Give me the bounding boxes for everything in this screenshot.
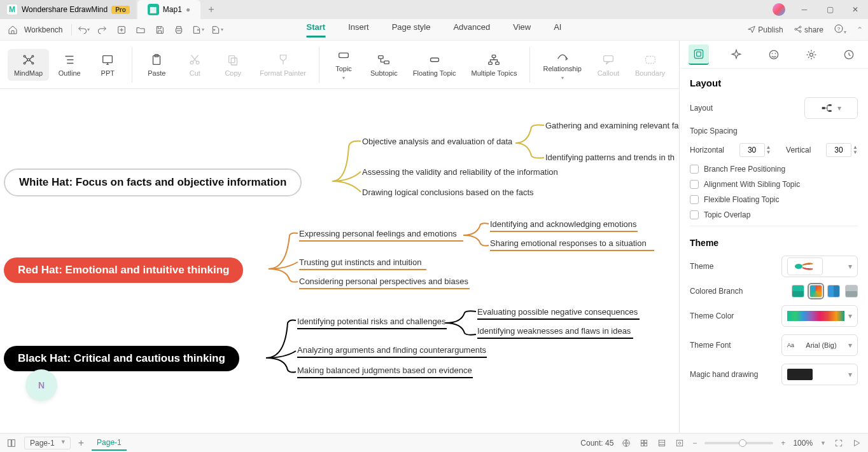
panel-tab-ai[interactable] [726,45,746,65]
node-black-hat[interactable]: Black Hat: Critical and cautious thinkin… [4,346,239,371]
title-bar: M Wondershare EdrawMind Pro ▦ Map1 ● + ─… [0,0,868,19]
floating-topic-button[interactable]: Floating Topic [407,45,463,85]
tab-start[interactable]: Start [307,22,326,38]
status-globe-icon[interactable] [621,438,631,448]
pages-panel-icon[interactable] [6,438,17,448]
panel-tab-emoji[interactable] [764,45,784,65]
panel-tab-settings[interactable] [801,45,822,65]
node-white-sub-a2[interactable]: Identifying patterns and trends in th [545,153,675,162]
callout-button[interactable]: Callout [591,45,626,85]
fullscreen-button[interactable] [834,438,844,448]
status-list-icon[interactable] [657,438,667,448]
close-button[interactable]: ✕ [843,0,868,19]
collapse-ribbon-button[interactable]: ⌃ [857,25,863,34]
view-ppt-button[interactable]: PPT [90,49,125,81]
export-button[interactable]: ▾ [190,22,206,38]
minimize-button[interactable]: ─ [792,0,817,19]
page-selector[interactable]: Page-1▼ [24,437,71,449]
theme-font-dropdown[interactable]: AaArial (Big)▾ [781,334,858,356]
chk-branch-free[interactable]: Branch Free Positioning [690,165,858,174]
zoom-out-button[interactable]: − [692,439,697,448]
share-button[interactable]: share [794,25,823,34]
layout-dropdown[interactable]: ▾ [804,97,858,119]
chk-topic-overlap[interactable]: Topic Overlap [690,210,858,219]
svg-rect-16 [229,55,235,62]
svg-point-31 [775,53,776,54]
node-white-sub-b[interactable]: Assessing the validity and reliability o… [362,167,558,177]
tab-ai[interactable]: AI [554,22,561,38]
boundary-button[interactable]: Boundary [629,45,671,85]
node-red-sub-b[interactable]: Trusting gut instincts and intuition [299,257,421,267]
zoom-in-button[interactable]: + [781,439,785,448]
node-black-sub-a[interactable]: Identifying potential risks and challeng… [297,317,445,326]
horizontal-input[interactable]: ▲▼ [739,143,771,157]
user-avatar[interactable] [773,3,785,16]
present-button[interactable] [851,438,862,448]
print-button[interactable] [171,22,186,38]
node-red-sub-a2[interactable]: Sharing emotional responses to a situati… [490,238,647,248]
add-page-button[interactable]: + [78,437,84,449]
node-red-hat[interactable]: Red Hat: Emotional and intuitive thinkin… [4,257,243,283]
svg-point-32 [810,53,813,56]
page-tab-active[interactable]: Page-1 [92,435,127,451]
open-file-button[interactable] [133,22,148,38]
publish-button[interactable]: Publish [747,25,783,34]
relationship-button[interactable]: Relationship▾ [536,45,588,85]
node-white-sub-a[interactable]: Objective analysis and evaluation of dat… [362,137,512,146]
format-painter-button[interactable]: Format Painter [253,49,312,81]
node-black-sub-a1[interactable]: Evaluating possible negative consequence… [477,307,638,317]
copy-button[interactable]: Copy [215,49,251,81]
branch-swatch-4[interactable] [845,285,858,298]
node-black-sub-a2[interactable]: Identifying weaknesses and flaws in idea… [477,326,631,336]
home-icon[interactable] [5,22,20,38]
vertical-input[interactable]: ▲▼ [826,143,858,157]
multiple-topics-button[interactable]: Multiple Topics [465,45,523,85]
ai-assistant-button[interactable]: N [25,369,57,401]
panel-tab-history[interactable] [839,45,859,65]
node-white-sub-a1[interactable]: Gathering and examining relevant fa [545,121,679,130]
node-red-sub-c[interactable]: Considering personal perspectives and bi… [299,277,468,286]
tab-insert[interactable]: Insert [348,22,369,38]
subtopic-button[interactable]: Subtopic [364,45,404,85]
maximize-button[interactable]: ▢ [817,0,843,19]
add-tab-button[interactable]: + [200,4,221,15]
node-black-sub-c[interactable]: Making balanced judgments based on evide… [297,366,472,375]
tab-advanced[interactable]: Advanced [453,22,490,38]
document-tab[interactable]: ▦ Map1 ● [137,0,200,19]
zoom-value[interactable]: 100% [793,439,813,448]
cut-button[interactable]: Cut [177,49,213,81]
help-button[interactable]: ?▾ [834,24,846,36]
topic-button[interactable]: Topic▾ [326,45,361,85]
node-white-sub-c[interactable]: Drawing logical conclusions based on the… [362,188,534,197]
view-outline-button[interactable]: Outline [52,49,87,81]
redo-button[interactable] [95,22,110,38]
chk-flexible-floating[interactable]: Flexible Floating Topic [690,195,858,204]
zoom-slider[interactable] [704,442,773,444]
branch-swatch-3[interactable] [827,285,840,298]
import-button[interactable]: ▾ [209,22,225,38]
tab-page-style[interactable]: Page style [392,22,431,38]
branch-swatch-1[interactable] [792,285,804,298]
node-black-sub-b[interactable]: Analyzing arguments and finding countera… [297,345,486,355]
branch-swatch-2[interactable] [809,285,822,298]
node-white-hat[interactable]: White Hat: Focus on facts and objective … [4,168,302,196]
canvas[interactable]: White Hat: Focus on facts and objective … [0,89,679,433]
new-file-button[interactable] [114,22,129,38]
theme-color-dropdown[interactable]: ▾ [781,305,858,327]
node-red-sub-a1[interactable]: Identifying and acknowledging emotions [490,219,637,229]
theme-dropdown[interactable]: ▾ [781,256,858,277]
workbench-label[interactable]: Workbench [24,25,62,34]
status-grid-icon[interactable] [639,438,649,448]
undo-button[interactable]: ▾ [76,22,91,38]
main-menu-tabs: Start Insert Page style Advanced View AI [307,22,562,38]
panel-tab-layout[interactable] [689,45,709,65]
view-mindmap-button[interactable]: MindMap [8,49,49,81]
status-fit-icon[interactable] [675,438,685,448]
tab-view[interactable]: View [513,22,531,38]
save-button[interactable] [152,22,167,38]
chk-alignment-sibling[interactable]: Alignment With Sibling Topic [690,180,858,189]
node-red-sub-a[interactable]: Expressing personal feelings and emotion… [299,229,457,238]
magic-hand-dropdown[interactable]: ▾ [781,364,858,385]
paste-button[interactable]: Paste [139,49,174,81]
app-logo-icon: M [6,4,18,15]
